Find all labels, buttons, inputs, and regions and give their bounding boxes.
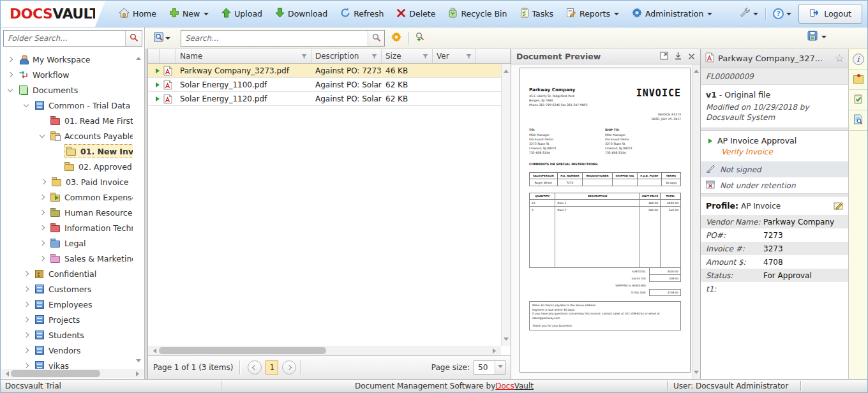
- tree-item-projects[interactable]: Projects: [1, 312, 133, 327]
- tree-item-new-invoices[interactable]: 01. New Invoi: [1, 144, 133, 159]
- tree-vertical-scrollbar[interactable]: [133, 52, 144, 367]
- tree-item-customers[interactable]: Customers: [1, 281, 133, 297]
- download-button[interactable]: Download: [269, 4, 333, 23]
- tree-item-confidential[interactable]: Confidential: [1, 266, 133, 281]
- tree-item-vendors[interactable]: Vendors: [1, 343, 133, 358]
- chevron-right-icon[interactable]: [24, 286, 29, 292]
- info-tab[interactable]: i: [849, 49, 867, 70]
- scroll-up-icon[interactable]: [136, 54, 141, 60]
- administration-button[interactable]: Administration: [626, 4, 718, 23]
- folder-search-button[interactable]: [125, 31, 142, 46]
- tools-wrench-button[interactable]: [736, 4, 761, 23]
- logout-button[interactable]: Logout: [798, 4, 862, 24]
- column-header-ver[interactable]: Ver: [433, 49, 476, 63]
- chevron-right-icon[interactable]: [24, 363, 29, 368]
- tree-item-documents[interactable]: Documents: [1, 82, 133, 98]
- folder-search-input[interactable]: [4, 31, 125, 46]
- scroll-down-icon[interactable]: [694, 371, 699, 376]
- chevron-right-icon[interactable]: [8, 57, 13, 62]
- column-header-size[interactable]: Size: [382, 49, 433, 63]
- new-button[interactable]: New: [163, 4, 214, 23]
- preview-options-button[interactable]: [151, 30, 173, 47]
- notes-tab[interactable]: [849, 70, 867, 90]
- file-row-parkway[interactable]: Parkway Company_3273.pdf Against PO: 727…: [148, 64, 511, 78]
- tree-item-my-workspace[interactable]: My Workspace: [1, 52, 133, 67]
- refresh-button[interactable]: Refresh: [334, 4, 389, 23]
- tree-item-legal[interactable]: Legal: [1, 235, 133, 251]
- reports-button[interactable]: Reports: [560, 4, 625, 23]
- file-row-solar-1100[interactable]: Solar Energy_1100.pdf Against PO: Solar …: [148, 78, 511, 92]
- column-header-name[interactable]: Name: [176, 49, 311, 63]
- tree-item-common-expenses[interactable]: Common Expenses: [1, 189, 133, 205]
- tree-item-information-technology[interactable]: Information Techno: [1, 220, 133, 235]
- upload-button[interactable]: Upload: [216, 4, 268, 23]
- filter-icon[interactable]: [466, 54, 472, 59]
- grid-horizontal-scrollbar[interactable]: [148, 346, 501, 355]
- filter-icon[interactable]: [371, 54, 377, 59]
- help-button[interactable]: ?: [770, 6, 795, 22]
- chevron-right-icon[interactable]: [24, 317, 29, 322]
- scrollbar-thumb[interactable]: [159, 347, 326, 354]
- column-header-description[interactable]: Description: [311, 49, 382, 63]
- tree-item-vikas[interactable]: vikas: [1, 358, 133, 369]
- chevron-right-icon[interactable]: [40, 210, 45, 215]
- tree-item-accounts-payable[interactable]: Accounts Payable W: [1, 128, 133, 144]
- tree-horizontal-scrollbar[interactable]: [1, 369, 144, 378]
- preview-vertical-scrollbar[interactable]: [692, 64, 700, 379]
- edit-profile-icon[interactable]: [834, 202, 844, 210]
- chevron-right-icon[interactable]: [41, 179, 46, 184]
- tree-item-sales-marketing[interactable]: Sales & Marketing: [1, 251, 133, 266]
- next-page-button[interactable]: [282, 360, 296, 374]
- tasks-button[interactable]: Tasks: [514, 4, 560, 23]
- chevron-right-icon[interactable]: [8, 72, 13, 77]
- chevron-right-icon[interactable]: [40, 225, 45, 230]
- chevron-right-icon[interactable]: [24, 332, 29, 337]
- scroll-left-icon[interactable]: [151, 348, 156, 353]
- chevron-down-icon[interactable]: [40, 132, 45, 137]
- tree-item-workflow[interactable]: Workflow: [1, 67, 133, 82]
- chevron-right-icon[interactable]: [40, 256, 45, 261]
- search-input[interactable]: [181, 31, 368, 46]
- scroll-down-icon[interactable]: [504, 337, 509, 343]
- scroll-down-icon[interactable]: [136, 359, 141, 365]
- home-button[interactable]: Home: [113, 4, 162, 23]
- popout-icon[interactable]: [660, 50, 668, 63]
- page-size-select[interactable]: 50: [474, 360, 505, 374]
- delete-button[interactable]: Delete: [391, 5, 441, 23]
- filter-icon[interactable]: [423, 54, 428, 59]
- chevron-down-icon[interactable]: [8, 86, 13, 91]
- tree-item-students[interactable]: Students: [1, 327, 133, 343]
- search-settings-button[interactable]: [389, 30, 404, 47]
- tree-item-common-trial-data[interactable]: Common - Trial Data: [1, 98, 133, 113]
- search-button[interactable]: [368, 31, 384, 46]
- chevron-right-icon[interactable]: [24, 271, 29, 276]
- version-row[interactable]: v1 - Original file: [701, 85, 849, 101]
- tree-item-employees[interactable]: Employees: [1, 297, 133, 312]
- chevron-right-icon[interactable]: [40, 195, 45, 200]
- workflow-row[interactable]: AP Invoice Approval: [701, 131, 849, 146]
- docsvault-link[interactable]: Docs: [495, 382, 514, 390]
- prev-page-button[interactable]: [248, 360, 262, 374]
- download-icon[interactable]: [674, 50, 682, 63]
- row-expand-icon[interactable]: [148, 80, 160, 89]
- current-page-button[interactable]: 1: [266, 360, 278, 374]
- workflow-task-link[interactable]: Verify Invoice: [701, 146, 849, 161]
- tree-item-paid-invoices[interactable]: 03. Paid Invoice: [1, 174, 133, 189]
- scroll-right-icon[interactable]: [493, 348, 498, 353]
- close-icon[interactable]: [688, 50, 695, 63]
- docsvault-link[interactable]: Vault: [514, 382, 534, 390]
- tree-item-approved-invoices[interactable]: 02. Approved In: [1, 159, 133, 174]
- favorite-star-icon[interactable]: ☆: [835, 53, 844, 64]
- scrollbar-thumb[interactable]: [11, 370, 100, 377]
- recycle-bin-button[interactable]: Recycle Bin: [442, 4, 513, 23]
- chevron-down-icon[interactable]: [24, 101, 29, 107]
- audit-tab[interactable]: [849, 110, 867, 131]
- chevron-right-icon[interactable]: [40, 241, 45, 246]
- file-row-solar-1120[interactable]: Solar Energy_1120.pdf Against PO: Solar …: [148, 92, 511, 106]
- row-expand-icon[interactable]: [148, 66, 160, 75]
- save-view-button[interactable]: [807, 31, 827, 43]
- chevron-right-icon[interactable]: [24, 302, 29, 307]
- scroll-right-icon[interactable]: [136, 371, 142, 376]
- scroll-up-icon[interactable]: [694, 67, 699, 73]
- grid-vertical-scrollbar[interactable]: [501, 64, 511, 346]
